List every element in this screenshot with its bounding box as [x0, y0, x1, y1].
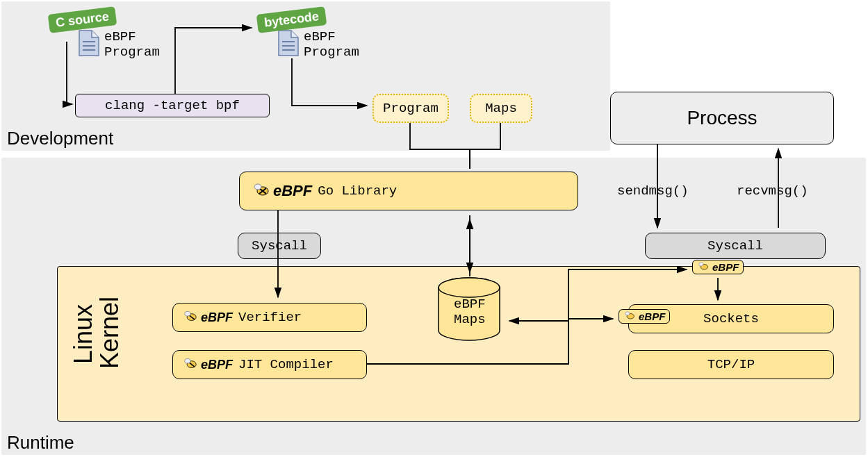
ebpf-program-line2: Program: [104, 44, 160, 60]
ebpf-maps-l2: Maps: [454, 312, 486, 327]
runtime-label: Runtime: [7, 432, 74, 454]
bee-icon: [252, 182, 270, 201]
program-box: Program: [372, 94, 449, 123]
document-icon: [78, 29, 100, 57]
ebpf-program-line2: Program: [304, 44, 359, 60]
document-icon: [277, 29, 300, 57]
ebpf-logo-text: eBPF: [639, 310, 665, 322]
process-box: Process: [610, 92, 834, 144]
svg-point-21: [625, 312, 630, 315]
svg-point-12: [185, 311, 190, 316]
verifier-label: Verifier: [238, 310, 302, 325]
bee-icon: [623, 310, 636, 322]
kernel-label-1: Linux: [69, 299, 98, 369]
ebpf-maps-label: eBPF Maps: [454, 297, 486, 327]
ebpf-program-2: eBPF Program: [304, 29, 359, 60]
development-label: Development: [7, 128, 113, 149]
svg-point-17: [439, 278, 500, 297]
svg-point-9: [254, 184, 261, 190]
clang-box: clang -target bpf: [75, 94, 270, 117]
ebpf-logo-text: eBPF: [201, 310, 233, 325]
svg-point-15: [185, 358, 190, 363]
bee-icon: [697, 261, 710, 273]
ebpf-logo-text: eBPF: [201, 358, 233, 372]
syscall-box-left: Syscall: [238, 233, 321, 259]
ebpf-program-1: eBPF Program: [104, 29, 160, 60]
go-library-label: Go Library: [318, 183, 397, 199]
bee-icon: [183, 357, 198, 373]
ebpf-badge-sockets: eBPF: [619, 309, 670, 324]
kernel-label-2: Kernel: [95, 299, 124, 369]
sendmsg-label: sendmsg(): [617, 183, 689, 199]
syscall-box-right: Syscall: [645, 233, 826, 259]
ebpf-maps-l1: eBPF: [454, 297, 486, 312]
recvmsg-label: recvmsg(): [737, 183, 808, 199]
ebpf-logo-text: eBPF: [273, 182, 312, 200]
jit-label: JIT Compiler: [238, 357, 334, 372]
jit-box: eBPF JIT Compiler: [172, 350, 367, 379]
ebpf-logo-text: eBPF: [712, 261, 739, 273]
maps-box: Maps: [470, 94, 532, 123]
verifier-box: eBPF Verifier: [172, 303, 367, 332]
svg-point-19: [699, 263, 703, 266]
tcpip-box: TCP/IP: [628, 350, 834, 379]
ebpf-program-line1: eBPF: [304, 29, 336, 44]
ebpf-badge-syscall: eBPF: [692, 260, 744, 274]
ebpf-program-line1: eBPF: [104, 29, 136, 44]
go-library-box: eBPF Go Library: [239, 172, 578, 210]
bee-icon: [183, 310, 198, 326]
